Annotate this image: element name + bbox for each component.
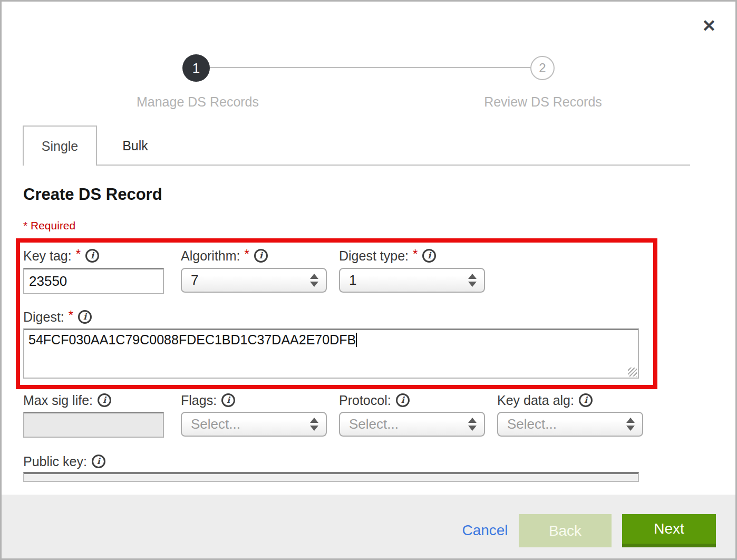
info-icon[interactable] [396,393,410,407]
back-button[interactable]: Back [519,514,612,547]
info-icon[interactable] [221,393,235,407]
key-tag-input[interactable]: 23550 [23,268,164,294]
select-arrows-icon [468,274,477,287]
info-icon[interactable] [92,455,105,468]
flags-label-text: Flags: [181,393,217,408]
select-arrows-icon [468,418,477,431]
step-2-label: Review DS Records [464,94,622,110]
max-sig-life-label-text: Max sig life: [23,393,93,408]
info-icon[interactable] [579,393,593,407]
info-icon[interactable] [254,249,268,263]
digest-label-text: Digest: [23,310,64,325]
required-asterisk: * [413,247,418,262]
protocol-select[interactable]: Select... [339,412,485,437]
public-key-label-text: Public key: [23,454,87,469]
digest-type-select[interactable]: 1 [339,268,485,293]
flags-select[interactable]: Select... [181,412,327,437]
max-sig-life-input[interactable] [23,412,164,438]
select-arrows-icon [626,418,635,431]
required-asterisk: * [76,247,81,262]
required-asterisk: * [69,308,73,323]
page-title: Create DS Record [23,185,162,204]
max-sig-life-label: Max sig life: [23,392,111,409]
protocol-label-text: Protocol: [339,393,391,408]
protocol-select-value: Select... [349,416,399,432]
algorithm-label: Algorithm: * [181,247,268,264]
digest-type-label: Digest type: * [339,247,436,264]
step-1-circle: 1 [182,54,210,82]
close-icon[interactable]: ✕ [697,14,721,37]
required-asterisk: * [245,247,249,262]
info-icon[interactable] [78,310,92,324]
flags-select-value: Select... [191,416,240,432]
digest-type-select-value: 1 [349,272,356,288]
key-tag-label-text: Key tag: [23,248,72,264]
info-icon[interactable] [98,393,111,407]
step-1-label: Manage DS Records [119,94,277,110]
next-button[interactable]: Next [622,514,716,547]
cancel-button[interactable]: Cancel [451,514,519,547]
info-icon[interactable] [422,249,436,263]
resize-handle-icon[interactable] [628,368,637,376]
algorithm-select[interactable]: 7 [181,268,327,293]
step-2-circle: 2 [530,56,555,80]
key-data-alg-select-value: Select... [507,416,557,432]
digest-value: 54FCF030AA1C79C0088FDEC1BD1C37DAA2E70DFB [28,332,356,347]
stepper-connector-line [210,67,531,68]
digest-label: Digest: * [23,308,92,325]
algorithm-select-value: 7 [191,272,198,288]
tab-bulk[interactable]: Bulk [97,125,173,166]
select-arrows-icon [310,274,318,287]
algorithm-label-text: Algorithm: [181,248,240,264]
required-note: * Required [23,219,75,232]
protocol-label: Protocol: [339,392,410,409]
key-data-alg-label-text: Key data alg: [497,393,574,408]
public-key-label: Public key: [23,453,105,470]
key-tag-label: Key tag: * [23,247,99,264]
key-data-alg-select[interactable]: Select... [497,412,643,437]
digest-type-label-text: Digest type: [339,248,409,264]
select-arrows-icon [310,418,318,431]
tab-single[interactable]: Single [23,125,97,166]
digest-textarea[interactable]: 54FCF030AA1C79C0088FDEC1BD1C37DAA2E70DFB [23,329,639,379]
flags-label: Flags: [181,392,235,409]
text-caret [356,333,357,347]
info-icon[interactable] [85,249,99,263]
key-data-alg-label: Key data alg: [497,392,593,409]
public-key-textarea[interactable] [23,472,639,482]
create-ds-record-modal: ✕ 1 2 Manage DS Records Review DS Record… [0,0,737,560]
